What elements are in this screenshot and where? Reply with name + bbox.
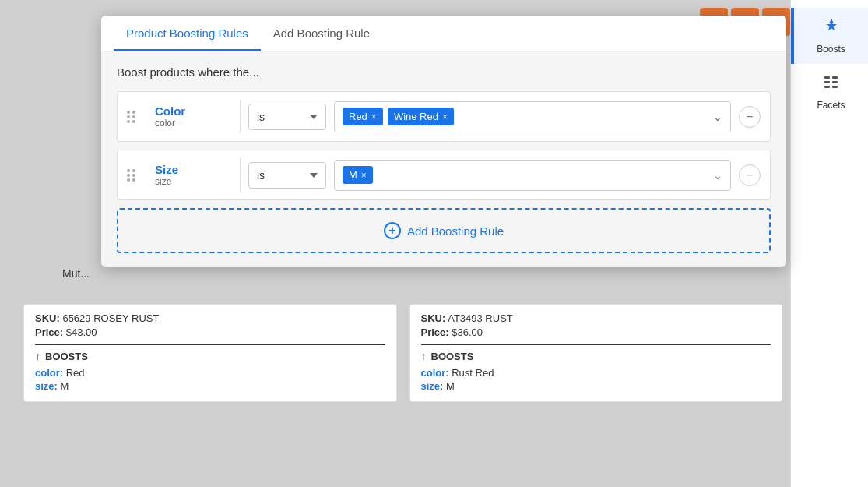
product-card-1: SKU: 65629 ROSEY RUST Price: $43.00 ↑ BO… [23,304,397,402]
operator-select-size[interactable]: is is not [248,162,326,189]
product-sku-1: SKU: 65629 ROSEY RUST [35,312,385,324]
boosts-title-2: ↑ BOOSTS [421,350,771,362]
modal-panel: Product Boosting Rules Add Boosting Rule… [101,16,786,267]
operator-select-color[interactable]: is is not [248,104,326,130]
attr-box-size: Size size [147,158,241,192]
tab-product-boosting-rules[interactable]: Product Boosting Rules [114,16,261,51]
boosts-icon [822,17,841,41]
svg-rect-11 [832,76,838,79]
attr-key-color: color [155,118,232,129]
svg-rect-8 [824,76,830,79]
product-price-2: Price: $36.00 [421,326,771,338]
values-dropdown-arrow-color[interactable]: ⌄ [713,111,722,123]
remove-wine-red-tag[interactable]: × [442,111,448,122]
svg-rect-10 [824,86,830,88]
facets-icon [822,73,841,97]
right-sidebar: Boosts Facets [790,0,868,487]
drag-handle-size[interactable] [127,169,139,182]
product-card-2: SKU: AT3493 RUST Price: $36.00 ↑ BOOSTS … [409,304,783,402]
remove-rule-color[interactable]: − [739,106,761,128]
svg-rect-9 [824,81,830,83]
attr-key-size: size [155,176,232,187]
boost-attr-size-2: size: M [421,380,771,392]
sidebar-item-facets[interactable]: Facets [791,64,868,120]
drag-handle-color[interactable] [127,111,139,123]
boosts-section-2: ↑ BOOSTS color: Rust Red size: M [421,344,771,392]
product-cards: SKU: 65629 ROSEY RUST Price: $43.00 ↑ BO… [23,304,782,402]
svg-marker-7 [829,19,834,23]
remove-rule-size[interactable]: − [739,164,761,186]
value-tag-red: Red × [343,108,383,125]
boost-attr-color-1: color: Red [35,367,385,379]
modal-content: Boost products where the... Color color … [101,51,786,267]
svg-rect-12 [832,81,838,83]
product-price-1: Price: $43.00 [35,326,385,338]
add-boosting-rule-button[interactable]: + Add Boosting Rule [117,208,771,253]
boost-header: Boost products where the... [117,65,771,79]
remove-m-tag[interactable]: × [361,170,367,181]
attr-name-size: Size [155,163,232,176]
tab-add-boosting-rule[interactable]: Add Boosting Rule [261,16,382,51]
modal-tabs: Product Boosting Rules Add Boosting Rule [101,16,786,51]
boost-attr-size-1: size: M [35,380,385,392]
product-sku-2: SKU: AT3493 RUST [421,312,771,324]
attr-box-color: Color color [147,100,241,133]
boost-arrow-icon-2: ↑ [421,350,427,362]
values-container-color[interactable]: Red × Wine Red × ⌄ [334,101,731,132]
mut-label: Mut... [62,267,90,280]
add-circle-icon: + [384,222,401,239]
boosts-label: Boosts [817,44,845,55]
sidebar-item-boosts[interactable]: Boosts [791,8,868,64]
attr-name-color: Color [155,104,232,118]
rule-row-size: Size size is is not M × ⌄ − [117,150,771,200]
boost-attr-color-2: color: Rust Red [421,367,771,379]
value-tag-wine-red: Wine Red × [388,108,454,125]
add-boosting-rule-label: Add Boosting Rule [407,224,504,238]
values-container-size[interactable]: M × ⌄ [334,160,731,191]
boosts-section-1: ↑ BOOSTS color: Red size: M [35,344,385,392]
boost-arrow-icon-1: ↑ [35,350,40,362]
boosts-title-1: ↑ BOOSTS [35,350,385,362]
value-tag-m: M × [343,166,373,184]
facets-label: Facets [817,100,845,111]
values-dropdown-arrow-size[interactable]: ⌄ [713,169,722,182]
svg-rect-13 [832,86,838,88]
remove-red-tag[interactable]: × [371,111,377,122]
rule-row-color: Color color is is not Red × Wine Red × ⌄… [117,91,771,142]
